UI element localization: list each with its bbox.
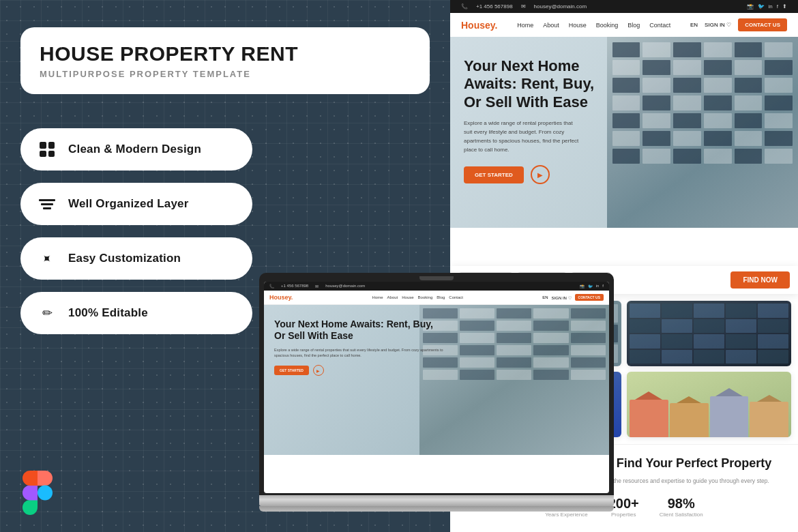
hero-description: Explore a wide range of rental propertie…: [464, 119, 580, 154]
grid-icon: [37, 139, 57, 160]
feature-clean-design: Clean & Modern Design: [20, 128, 252, 171]
envelope-icon: ✉: [521, 3, 526, 10]
property-card-2: [627, 301, 791, 366]
mini-get-started-btn[interactable]: GET STARTED: [274, 366, 309, 375]
mini-hero: Your Next Home Awaits: Rent, Buy, Or Sel…: [264, 305, 609, 455]
laptop-mockup: 📞 +1 456 567898 ✉ housey@domain.com 📸🐦in…: [259, 273, 614, 512]
mini-email-icon: ✉: [315, 284, 319, 289]
mini-nav-right: EN SIGN IN ♡ CONTACT US: [542, 294, 604, 301]
site-logo: Housey.: [461, 20, 497, 31]
feature-label-4: 100% Editable: [68, 306, 148, 320]
feature-organized-layer: Well Organized Layer: [20, 183, 252, 225]
get-started-button[interactable]: GET STARTED: [464, 166, 524, 183]
left-panel: HOUSE PROPERTY RENT MULTIPURPOSE PROPERT…: [0, 0, 450, 532]
layers-icon: [37, 194, 57, 214]
laptop-screen-frame: 📞 +1 456 567898 ✉ housey@domain.com 📸🐦in…: [259, 273, 614, 495]
feature-label-1: Clean & Modern Design: [68, 143, 201, 156]
nav-house[interactable]: House: [569, 22, 587, 29]
nav-booking[interactable]: Booking: [596, 22, 619, 29]
stat-label-2: Properties: [608, 512, 639, 518]
facebook-icon: f: [777, 3, 778, 10]
contact-us-button[interactable]: CONTACT US: [738, 18, 787, 31]
mini-play-btn[interactable]: ▶: [313, 365, 324, 376]
mini-nav-links: HomeAboutHouseBookingBlogContact: [372, 295, 463, 299]
mini-phone-icon: 📞: [269, 284, 274, 289]
laptop-screen-content: 📞 +1 456 567898 ✉ housey@domain.com 📸🐦in…: [264, 282, 609, 493]
nav-contact[interactable]: Contact: [649, 22, 670, 29]
instagram-icon: 📸: [747, 3, 754, 10]
wand-icon: ✦: [37, 248, 57, 269]
nav-blog[interactable]: Blog: [627, 22, 640, 29]
play-button[interactable]: ▶: [531, 165, 550, 184]
nav-about[interactable]: About: [543, 22, 559, 29]
feature-label-3: Easy Customization: [68, 252, 181, 265]
feature-easy-customization: ✦ Easy Customization: [20, 237, 252, 280]
feature-editable: ✏ 100% Editable: [20, 292, 252, 334]
lang-selector[interactable]: EN: [690, 22, 698, 28]
hero-buttons: GET STARTED ▶: [464, 165, 624, 184]
sign-in-link[interactable]: SIGN IN ♡: [705, 22, 731, 28]
mini-hero-btns: GET STARTED ▶: [274, 365, 443, 376]
share-icon: ⬆: [782, 3, 787, 10]
mini-hero-desc: Explore a wide range of rental propertie…: [274, 347, 443, 359]
site-nav-right: EN SIGN IN ♡ CONTACT US: [690, 18, 787, 31]
mini-email-text: housey@domain.com: [325, 284, 365, 289]
mini-contact-btn: CONTACT US: [575, 294, 604, 301]
mini-navbar: Housey. HomeAboutHouseBookingBlogContact…: [264, 291, 609, 305]
mini-phone-text: +1 456 567898: [281, 284, 308, 289]
laptop-camera: [419, 276, 454, 280]
stat-label-1: Years Experience: [545, 512, 587, 518]
figma-logo: [20, 471, 55, 515]
edit-icon: ✏: [37, 303, 57, 323]
find-now-button[interactable]: FIND NOW: [730, 271, 790, 289]
phone-icon: 📞: [461, 3, 468, 10]
site-phone: +1 456 567898: [476, 3, 513, 10]
hero-heading: Your Next HomeAwaits: Rent, Buy,Or Sell …: [464, 57, 624, 111]
mini-hero-content: Your Next Home Awaits: Rent, Buy, Or Sel…: [264, 305, 454, 389]
page-subtitle: MULTIPURPOSE PROPERTY TEMPLATE: [40, 69, 411, 79]
title-box: HOUSE PROPERTY RENT MULTIPURPOSE PROPERT…: [20, 27, 430, 94]
site-email: housey@domain.com: [534, 3, 587, 10]
site-hero: Your Next HomeAwaits: Rent, Buy,Or Sell …: [450, 37, 798, 228]
stat-num-3: 98%: [660, 496, 703, 512]
site-topbar: 📞 +1 456 567898 ✉ housey@domain.com 📸 🐦 …: [450, 0, 798, 13]
laptop-base: [259, 495, 614, 506]
social-icons: 📸 🐦 in f ⬆: [747, 3, 787, 10]
nav-home[interactable]: Home: [517, 22, 533, 29]
page-title: HOUSE PROPERTY RENT: [40, 42, 411, 65]
mini-logo: Housey.: [269, 294, 293, 301]
stat-label-3: Client Satisfaction: [660, 512, 703, 518]
hero-content: Your Next HomeAwaits: Rent, Buy,Or Sell …: [464, 57, 624, 184]
site-nav-links: Home About House Booking Blog Contact: [517, 22, 670, 29]
stat-satisfaction: 98% Client Satisfaction: [660, 496, 703, 518]
twitter-icon: 🐦: [758, 3, 765, 10]
linkedin-icon: in: [769, 3, 773, 10]
figma-icon: [20, 471, 55, 515]
laptop-foot: [259, 506, 614, 512]
site-screenshot-area: 📞 +1 456 567898 ✉ housey@domain.com 📸 🐦 …: [450, 0, 798, 266]
hero-building-bg: [607, 37, 799, 228]
property-card-4: [627, 372, 791, 437]
feature-label-2: Well Organized Layer: [68, 197, 189, 211]
mini-social-icons: 📸🐦inf: [580, 284, 604, 289]
mini-topbar: 📞 +1 456 567898 ✉ housey@domain.com 📸🐦in…: [264, 282, 609, 291]
site-navbar: Housey. Home About House Booking Blog Co…: [450, 13, 798, 37]
mini-hero-heading: Your Next Home Awaits: Rent, Buy, Or Sel…: [274, 319, 443, 342]
